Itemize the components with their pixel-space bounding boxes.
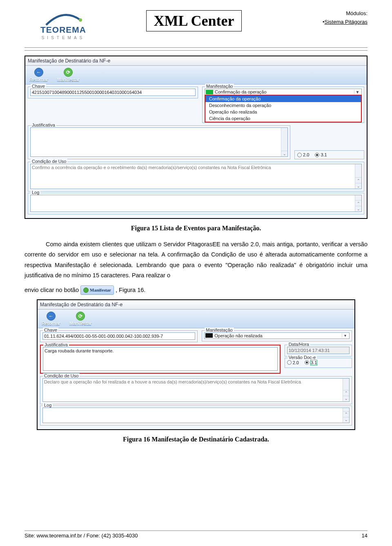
scroll-up-icon: ⌃: [355, 177, 361, 183]
log-textarea[interactable]: ⌃⌄: [30, 195, 362, 212]
justificativa-label: Justificativa: [43, 342, 69, 347]
manifestacao-fieldset: Manifestação Confirmação da operação ▼ C…: [202, 87, 364, 123]
log-fieldset: Log ⌃⌄: [40, 406, 352, 426]
condicao-label: Condição de Uso: [31, 159, 67, 164]
manifestacao-fieldset: Manifestação Operação não realizada ▾: [202, 330, 352, 341]
toolbar: ← Retornar ⟳ Manifestar: [38, 310, 354, 328]
manifestacao-dropdown[interactable]: Confirmação da operação ▼: [205, 89, 362, 95]
manifestar-icon: ⟳: [64, 68, 73, 77]
retornar-button[interactable]: ← Retornar: [28, 67, 50, 83]
manifestacao-dropdown[interactable]: Operação não realizada ▾: [204, 332, 350, 339]
manifestar-inline-button: Manifestar: [80, 285, 114, 295]
body-paragraph-2: envio clicar no botão Manifestar , Figur…: [24, 285, 368, 295]
manifestar-button[interactable]: ⟳ Manifestar: [56, 67, 81, 83]
manifestar-label: Manifestar: [69, 321, 92, 326]
dropdown-selected: Operação não realizada: [214, 333, 340, 338]
versao-label: Versão Doc-e: [287, 355, 317, 360]
scrollbar[interactable]: ⌃⌄: [343, 379, 349, 401]
dropdown-option[interactable]: Desconhecimento da operação: [205, 102, 361, 109]
chave-input[interactable]: [42, 332, 195, 340]
scroll-down-icon: ⌄: [343, 417, 349, 423]
manifestar-icon: [83, 287, 89, 293]
version-20-radio[interactable]: 2.0: [287, 360, 299, 365]
scrollbar[interactable]: ⌃⌄: [355, 195, 361, 212]
logo: TEOREMA SISTEMAS: [24, 10, 102, 40]
retornar-button[interactable]: ← Retornar: [40, 311, 62, 327]
dropdown-option[interactable]: Ciência da operação: [205, 115, 361, 122]
dropdown-selected: Confirmação da operação: [215, 89, 352, 94]
log-textarea[interactable]: ⌃⌄: [42, 408, 350, 423]
dropdown-option[interactable]: Operação não realizada: [205, 109, 361, 115]
justificativa-fieldset: Justificativa ⌄: [28, 125, 290, 159]
scroll-down-icon: ⌄: [355, 206, 361, 212]
radio-icon: [305, 360, 309, 365]
scrollbar[interactable]: ⌄: [281, 128, 287, 156]
log-label: Log: [31, 190, 40, 195]
dropdown-option[interactable]: Confirmação da operação: [205, 96, 361, 102]
justificativa-fieldset: Justificativa Carga roubada durante tran…: [40, 345, 281, 374]
logo-sub: SISTEMAS: [42, 36, 85, 40]
manifestar-button[interactable]: ⟳ Manifestar: [68, 311, 94, 327]
window-title: Manifestação de Destinatário da NF-e: [25, 56, 367, 66]
radio-label: 2.0: [293, 360, 299, 365]
justificativa-textarea[interactable]: Carga roubada durante transporte.: [43, 347, 278, 371]
condicao-textarea[interactable]: Declaro que a operação não foi realizada…: [42, 378, 350, 402]
dropdown-list: Confirmação da operação Desconhecimento …: [205, 95, 362, 123]
option-label: Confirmação da operação: [209, 96, 261, 101]
option-label: Ciência da operação: [209, 116, 250, 121]
button-label: Manifestar: [90, 286, 111, 294]
retornar-label: Retornar: [29, 77, 48, 82]
justificativa-textarea[interactable]: ⌄: [30, 127, 288, 157]
condicao-text: Confirmo a ocorrência da operação e o re…: [32, 165, 271, 170]
scroll-down-icon: ⌄: [343, 396, 349, 401]
page-title: XML Center: [146, 10, 242, 31]
figure-caption-15: Figura 15 Lista de Eventos para Manifest…: [24, 225, 368, 232]
justificativa-text: Carga roubada durante transporte.: [45, 348, 114, 353]
chevron-down-icon: ▾: [342, 333, 348, 338]
radio-label: 2.0: [303, 152, 309, 157]
version-20-radio[interactable]: 2.0: [297, 152, 309, 157]
screenshot-manifestacao-1: Manifestação de Destinatário da NF-e ← R…: [24, 56, 368, 219]
chave-input[interactable]: [30, 89, 196, 96]
condicao-label: Condição de Uso: [43, 373, 80, 378]
radio-label: 3.1: [310, 360, 317, 365]
page-footer: Site: www.teorema.inf.br / Fone: (42) 30…: [24, 530, 368, 539]
scroll-up-icon: ⌃: [355, 200, 361, 206]
footer-page: 14: [362, 533, 368, 539]
version-31-radio[interactable]: 3.1: [305, 360, 317, 365]
text: envio clicar no botão: [24, 287, 80, 293]
radio-icon: [287, 360, 292, 365]
condicao-fieldset: Condição de Uso Declaro que a operação n…: [40, 376, 352, 404]
manifestacao-label: Manifestação: [205, 84, 234, 89]
datahora-input: [287, 347, 350, 354]
chave-label: Chave: [43, 328, 58, 332]
scrollbar[interactable]: ⌃⌄: [343, 408, 349, 423]
text: , Figura 16.: [116, 287, 145, 293]
figure-caption-16: Figura 16 Manifestação de Destinatário C…: [24, 436, 368, 443]
option-label: Desconhecimento da operação: [209, 103, 271, 108]
page-header: TEOREMA SISTEMAS XML Center Módulos: Sis…: [24, 10, 368, 40]
condicao-textarea[interactable]: Confirmo a ocorrência da operação e o re…: [30, 164, 362, 189]
footer-site: Site: www.teorema.inf.br / Fone: (42) 30…: [24, 533, 138, 539]
chave-fieldset: Chave: [40, 330, 198, 342]
scroll-up-icon: ⌃: [343, 390, 349, 396]
flag-icon: [206, 90, 213, 94]
manifestacao-label: Manifestação: [205, 328, 234, 332]
condicao-text: Declaro que a operação não foi realizada…: [44, 379, 301, 384]
chave-label: Chave: [31, 84, 46, 89]
manifestar-label: Manifestar: [57, 77, 80, 82]
svg-point-0: [79, 18, 82, 22]
back-icon: ←: [47, 312, 56, 321]
log-fieldset: Log ⌃⌄: [28, 193, 364, 214]
divider: [24, 530, 368, 531]
radio-icon: [315, 153, 319, 157]
modules-item: Sistema Pitágoras: [286, 19, 368, 25]
version-31-radio[interactable]: 3.1: [315, 152, 327, 157]
divider: [24, 47, 368, 48]
scroll-up-icon: ⌃: [343, 411, 349, 417]
justificativa-label: Justificativa: [31, 123, 56, 127]
scrollbar[interactable]: ⌃⌄: [355, 164, 361, 189]
condicao-fieldset: Condição de Uso Confirmo a ocorrência da…: [28, 162, 364, 192]
retornar-label: Retornar: [42, 321, 60, 326]
back-icon: ←: [34, 68, 43, 77]
